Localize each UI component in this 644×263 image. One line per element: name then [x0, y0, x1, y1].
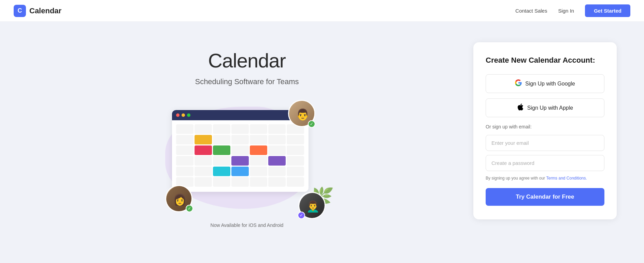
calendar-cell — [231, 145, 249, 155]
calendar-cell — [268, 167, 286, 176]
calendar-cell — [176, 135, 194, 144]
calendar-cell — [213, 156, 230, 166]
calendar-grid — [172, 120, 309, 192]
calendar-cell — [231, 177, 249, 187]
calendar-cell — [268, 145, 286, 155]
calendar-cell-teal — [213, 167, 230, 176]
calendar-cell — [195, 167, 212, 176]
calendar-cell — [287, 167, 304, 176]
header-nav: Contact Sales Sign In Get Started — [515, 4, 630, 17]
calendar-row — [176, 177, 304, 187]
hero-section: Calendar Scheduling Software for Teams — [41, 42, 453, 228]
logo-text: Calendar — [29, 6, 61, 15]
calendar-cell — [250, 124, 267, 134]
try-calendar-button[interactable]: Try Calendar for Free — [486, 188, 604, 206]
apple-signup-button[interactable]: Sign Up with Apple — [486, 98, 604, 117]
logo-icon: C — [14, 5, 26, 17]
check-badge-third: ✓ — [298, 212, 305, 219]
calendar-cell — [287, 145, 304, 155]
google-signup-button[interactable]: Sign Up with Google — [486, 74, 604, 93]
calendar-cell — [213, 124, 230, 134]
calendar-cell — [176, 167, 194, 176]
calendar-cell — [195, 177, 212, 187]
calendar-cell-purple2 — [268, 156, 286, 166]
hero-illustration: 👨 ✓ 👩 ✓ 🌿 👨‍🦱 ✓ — [158, 100, 336, 216]
terms-link[interactable]: Terms and Conditions. — [546, 176, 587, 181]
calendar-cell — [268, 135, 286, 144]
calendar-cell — [176, 145, 194, 155]
calendar-cell — [287, 135, 304, 144]
check-badge-top: ✓ — [308, 120, 315, 128]
terms-text: By signing up you agree with our Terms a… — [486, 175, 604, 181]
calendar-cell — [213, 135, 230, 144]
form-title: Create New Calendar Account: — [486, 56, 604, 65]
email-input[interactable] — [486, 135, 604, 151]
calendar-cell — [213, 177, 230, 187]
calendar-row — [176, 167, 304, 176]
password-input[interactable] — [486, 155, 604, 171]
dot-red — [176, 113, 180, 117]
check-badge-bottom: ✓ — [186, 205, 193, 212]
calendar-row — [176, 135, 304, 144]
calendar-cell — [176, 124, 194, 134]
calendar-cell — [231, 135, 249, 144]
calendar-cell — [268, 124, 286, 134]
hero-subtitle: Scheduling Software for Teams — [195, 77, 299, 86]
get-started-button[interactable]: Get Started — [585, 4, 630, 17]
google-icon — [515, 79, 522, 88]
ios-android-text: Now Available for iOS and Android — [211, 222, 284, 228]
logo: C Calendar — [14, 5, 61, 17]
calendar-cell-orange — [250, 145, 267, 155]
calendar-cell — [250, 167, 267, 176]
calendar-card — [172, 110, 309, 192]
contact-sales-link[interactable]: Contact Sales — [515, 8, 547, 14]
calendar-cell-green — [213, 145, 230, 155]
calendar-cell-yellow — [195, 135, 212, 144]
calendar-cell — [195, 124, 212, 134]
signup-panel: Create New Calendar Account: Sign Up wit… — [473, 42, 617, 219]
calendar-row — [176, 124, 304, 134]
calendar-cell — [250, 177, 267, 187]
google-signup-label: Sign Up with Google — [525, 81, 575, 87]
logo-letter: C — [18, 7, 22, 14]
calendar-cell-purple — [231, 156, 249, 166]
calendar-cell-pink — [195, 145, 212, 155]
calendar-cell — [195, 156, 212, 166]
calendar-cell — [250, 156, 267, 166]
calendar-cell — [287, 177, 304, 187]
email-divider: Or sign up with email: — [486, 124, 604, 129]
calendar-cell — [287, 156, 304, 166]
dot-yellow — [182, 113, 185, 117]
calendar-cell — [176, 156, 194, 166]
calendar-cell — [250, 135, 267, 144]
sign-in-link[interactable]: Sign In — [558, 8, 574, 14]
apple-icon — [517, 104, 524, 112]
main-content: Calendar Scheduling Software for Teams — [0, 22, 644, 242]
hero-title: Calendar — [208, 49, 286, 72]
header: C Calendar Contact Sales Sign In Get Sta… — [0, 0, 644, 22]
calendar-row — [176, 156, 304, 166]
apple-signup-label: Sign Up with Apple — [527, 105, 573, 111]
calendar-row — [176, 145, 304, 155]
dot-green — [187, 113, 190, 117]
calendar-cell-blue — [231, 167, 249, 176]
calendar-cell — [268, 177, 286, 187]
calendar-cell — [231, 124, 249, 134]
